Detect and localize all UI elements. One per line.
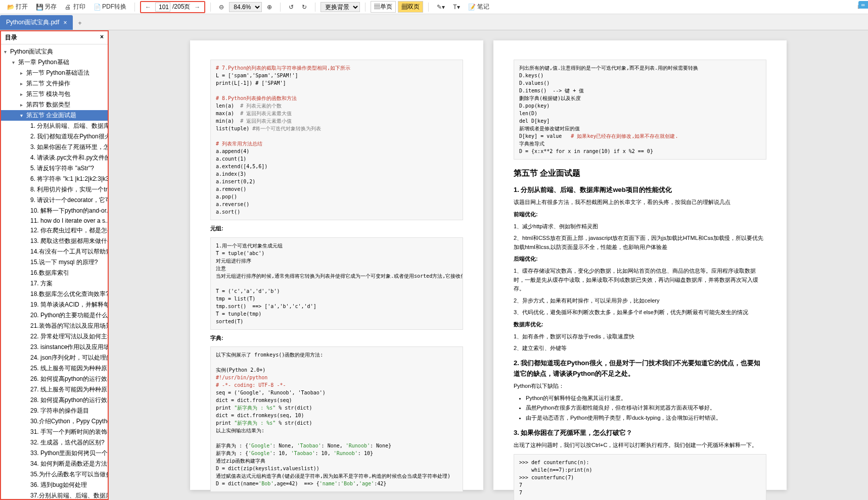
tree-question-item[interactable]: 28. 如何提高python的运行效率... [1,395,108,406]
pdf-convert-button[interactable]: 📄PDF转换 [90,2,129,12]
tree-question-item[interactable]: 23. isinstance作用以及应用场... [1,342,108,353]
document-content[interactable]: # 7.Python的列表的截取与字符串操作类型相同,如下所示 L = ['sp… [109,30,868,500]
tree-section[interactable]: ▸第三节 模块与包 [1,89,108,99]
tree-question-item[interactable]: 22. 异常处理写法以及如何主动... [1,331,108,342]
zoom-out-button[interactable]: ⊖ [216,3,227,12]
next-page-button[interactable]: → [192,4,202,11]
tree-question-item[interactable]: 32. 生成器，迭代器的区别? [1,437,108,448]
paragraph: 2、异步方式，如果有耗时操作，可以采用异步，比如celery [514,296,766,306]
tree-question-item[interactable]: 12. 你在爬虫过程中，都是怎么... [1,225,108,236]
paragraph: 2、建立索引、外键等 [514,344,766,353]
main-toolbar: 📂打开 💾另存 🖨打印 📄PDF转换 ← /205页 → ⊖ 84.6% ⊕ ↺… [0,0,868,14]
tree-question-item[interactable]: 5. 请反转字符串 "aStr"? [1,163,108,174]
paragraph: 1、如有条件，数据可以存放于redis，读取速度快 [514,332,766,341]
notes-button[interactable]: 📝笔记 [465,2,492,12]
rotate-left-button[interactable]: ↺ [286,3,297,12]
tree-section-selected[interactable]: ▾第五节 企业面试题 [1,110,108,121]
paragraph: Python有以下缺陷： [514,382,766,391]
question-title: 3. 如果你困在了死循环里，怎么打破它？ [514,428,766,438]
question-title: 2. 我们都知道现在Python很火，但是对于一门技术我们不光要知道它的优点，也… [514,358,766,379]
zoom-select[interactable]: 84.6% [229,2,262,12]
tree-question-item[interactable]: 3. 如果你困在了死循环里，怎... [1,142,108,153]
tree-question-item[interactable]: 13. 爬取这些数据都用来做什么... [1,236,108,246]
paragraph: 3、代码优化，避免循环和判断次数太多，如果多个if else判断，优先判断最有可… [514,308,766,317]
tree-question-item[interactable]: 34. 如何判断是函数还是方法? [1,459,108,469]
tab-title: Python面试宝典.pdf [6,18,59,27]
tuple-header: 元组: [210,224,463,233]
zoom-in-button[interactable]: ⊕ [264,3,275,12]
code-block: 列出所有的键,值.注意得到的是一个可迭代对象,而不是列表.用的时候需要转换 D.… [514,60,766,160]
tree-question-item[interactable]: 33. Python里面如何拷贝一个对... [1,448,108,459]
tree-question-item[interactable]: 26. 如何提高python的运行效率... [1,374,108,384]
tree-question-item[interactable]: 10. 解释一下python的and-or... [1,206,108,216]
tree-chapter[interactable]: ▾第一章 Python基础 [1,57,108,68]
tree-question-item[interactable]: 31. 手写一个判断时间的装饰器 [1,427,108,437]
page-right: 列出所有的键,值.注意得到的是一个可迭代对象,而不是列表.用的时候需要转换 D.… [493,40,787,490]
tree-question-item[interactable]: 25. 线上服务可能因为种种原因... [1,363,108,374]
double-page-button[interactable]: ▦双页 [398,1,423,13]
sidebar-close-icon[interactable]: × [100,33,104,42]
page-left: # 7.Python的列表的截取与字符串操作类型相同,如下所示 L = ['sp… [190,40,483,490]
section-title: 第五节 企业面试题 [514,167,766,180]
dict-header: 字典: [210,334,463,343]
watermark-icon: ∞ [858,1,868,9]
tree-question-item[interactable]: 16.数据库索引 [1,268,108,278]
single-page-button[interactable]: ▤单页 [371,1,396,13]
outline-sidebar: 目录 × ▾Python面试宝典 ▾第一章 Python基础 ▸第一节 Pyth… [0,30,109,500]
page-navigation: ← /205页 → [140,1,205,13]
paragraph: 2、html和CSS放在页面上部，javascript放在页面下面，因为js加载… [514,234,766,252]
tree-question-item[interactable]: 2. 我们都知道现在Python很火... [1,131,108,142]
tree-question-item[interactable]: 8. 利用切片操作，实现一个trim... [1,184,108,195]
page-input[interactable] [155,3,170,12]
tree-question-item[interactable]: 1. 分别从前端、后端、数据库... [1,121,108,131]
outline-tree: ▾Python面试宝典 ▾第一章 Python基础 ▸第一节 Python基础语… [1,44,108,499]
tree-question-item[interactable]: 24. json序列化时，可以处理的... [1,353,108,363]
tabs-bar: Python面试宝典.pdf × + [0,14,868,30]
list-item: 虽然Python在很多方面都性能良好，但在移动计算和浏览器方面表现不够好。 [526,404,766,413]
tree-question-item[interactable]: 35.为什么函数名字可以当做参... [1,469,108,480]
rotate-right-button[interactable]: ↻ [299,3,310,12]
highlight-button[interactable]: ✎▾ [434,3,448,12]
change-bg-select[interactable]: 更换背景 [321,2,360,12]
prev-page-button[interactable]: ← [143,4,153,11]
tree-question-item[interactable]: 9. 请设计一个decorator，它可... [1,195,108,206]
tree-root[interactable]: ▾Python面试宝典 [1,46,108,57]
tree-section[interactable]: ▸第一节 Python基础语法 [1,68,108,78]
tree-question-item[interactable]: 30.介绍Cython，Pypy Cpython... [1,416,108,427]
paragraph: 1、缓存存储读写次数高，变化少的数据，比如网站首页的信息、商品的信息等。应用程序… [514,267,766,293]
question-title: 1. 分别从前端、后端、数据库阐述web项目的性能优化 [514,185,766,195]
list-item: 由于是动态语言，Python使用鸭子类型，即duck-typing，这会增加运行… [526,414,766,423]
tree-question-item[interactable]: 19. 简单谈谈ACID，并解释每一... [1,299,108,310]
tab-close-icon[interactable]: × [63,19,67,26]
tree-section[interactable]: ▸第四节 数据类型 [1,99,108,110]
tree-question-item[interactable]: 20. Python的主要功能是什么? [1,310,108,321]
tree-question-item[interactable]: 36. 遇到bug如何处理 [1,480,108,490]
tree-question-item[interactable]: 6. 将字符串 "k:1 |k1:2|k2:3|k3... [1,174,108,184]
list-item: Python的可解释特征会拖累其运行速度。 [526,394,766,403]
paragraph: 1、减少http请求、例如制作精灵图 [514,222,766,231]
code-block: 以下实例展示了 fromkeys()函数的使用方法: 实例(Python 2.0… [210,346,463,492]
paragraph: 该题目网上有很多方法，我不想截图网上的长串文字，看的头疼，按我自己的理解说几点 [514,198,766,207]
tree-question-item[interactable]: 14.有没有一个工具可以帮助查... [1,246,108,257]
label: 数据库优化: [514,320,766,329]
bullet-list: Python的可解释特征会拖累其运行速度。 虽然Python在很多方面都性能良好… [526,394,766,423]
tree-section[interactable]: ▸第二节 文件操作 [1,78,108,89]
tree-question-item[interactable]: 17. 方案 [1,278,108,289]
tree-question-item[interactable]: 18.数据库怎么优化查询效率? [1,289,108,299]
tree-question-item[interactable]: 37.分别从前端、后端、数据库... [1,490,108,499]
save-button[interactable]: 💾另存 [33,2,60,12]
tree-question-item[interactable]: 29. 字符串的操作题目 [1,406,108,416]
text-button[interactable]: T▾ [450,3,463,12]
tree-question-item[interactable]: 15.说一下 mysql 的原理? [1,257,108,268]
document-tab[interactable]: Python面试宝典.pdf × [0,15,73,30]
add-tab-button[interactable]: + [73,17,86,30]
code-block: # 7.Python的列表的截取与字符串操作类型相同,如下所示 L = ['sp… [210,60,463,220]
code-block: 1.用一个可迭代对象生成元组 T = tuple('abc') 对元组进行排序 … [210,237,463,330]
tree-question-item[interactable]: 21.装饰器的写法以及应用场景... [1,321,108,331]
tree-question-item[interactable]: 4. 请谈谈.pyc文件和.py文件的... [1,153,108,163]
open-button[interactable]: 📂打开 [4,2,31,12]
print-button[interactable]: 🖨打印 [62,2,88,12]
tree-question-item[interactable]: 11. how do I iterate over a s... [1,216,108,225]
tree-question-item[interactable]: 27. 线上服务可能因为种种原因... [1,384,108,395]
label: 前端优化: [514,210,766,219]
